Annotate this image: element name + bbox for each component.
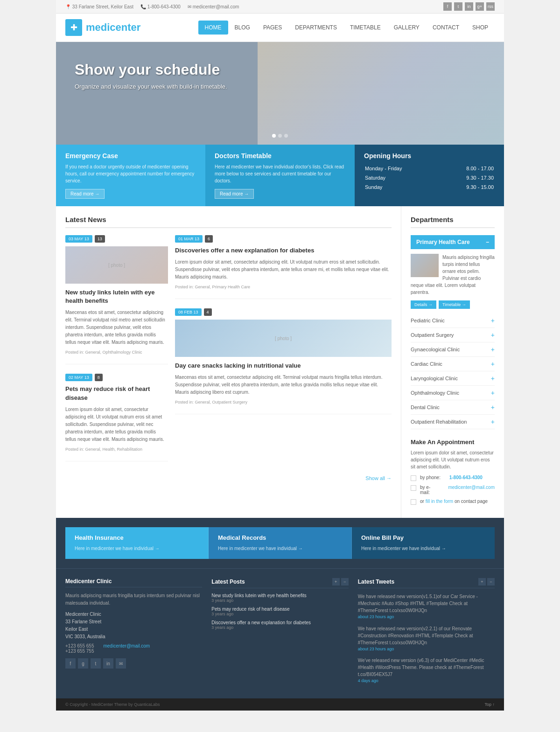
- news-text-0: Maecenas etos sit amet, consectetur adip…: [65, 309, 168, 346]
- dept-featured-header[interactable]: Primary Health Care −: [411, 235, 495, 249]
- footer-posts-next[interactable]: −: [341, 578, 349, 586]
- logo[interactable]: ✚ medicenter: [65, 19, 140, 36]
- facebook-icon-top[interactable]: f: [443, 2, 452, 11]
- dept-list-item-3[interactable]: Cardiac Clinic +: [411, 357, 495, 371]
- footer-tweets-next[interactable]: −: [487, 578, 495, 586]
- footer-tweets-prev[interactable]: +: [478, 578, 486, 586]
- footer-tweets-controls: + −: [478, 578, 495, 586]
- footer-post-link-1[interactable]: Pets may reduce risk of heart disease: [211, 607, 289, 612]
- appt-form-label: or fill in the form on contact page: [420, 499, 488, 504]
- footer-post-0: New study links lutein with eye health b…: [211, 593, 348, 603]
- hours-day-2: Sunday: [365, 183, 439, 191]
- footer-post-time-0: 3 years ago: [211, 598, 348, 603]
- footer-twitter-icon[interactable]: t: [91, 658, 101, 669]
- footer-social-icons: f g t in ✉: [65, 658, 202, 669]
- main-nav: HOME BLOG PAGES DEPARTMENTS TIMETABLE GA…: [198, 21, 495, 35]
- footer-posts-controls: + −: [332, 578, 349, 586]
- bottom-box-2: Online Bill Pay Here in medicenter we ha…: [352, 527, 495, 559]
- footer-clinic-address: Medicenter Clinic 33 Farlane Street Keil…: [65, 611, 202, 641]
- footer-posts-prev[interactable]: +: [332, 578, 340, 586]
- footer-mail-icon[interactable]: ✉: [116, 658, 126, 669]
- appt-form-link[interactable]: fill in the form: [426, 499, 453, 504]
- dept-list-item-6[interactable]: Dental Clinic +: [411, 400, 495, 415]
- hero-subtitle: Organize and visualize your week with bu…: [75, 83, 485, 90]
- dept-name-6: Dental Clinic: [411, 404, 440, 410]
- hero-title: Show your schedule: [75, 61, 485, 78]
- footer-post-link-2[interactable]: Discoveries offer a new explanation for …: [211, 620, 311, 625]
- dept-detail: Mauris adipiscing fringilla turpis inten…: [411, 254, 495, 296]
- dept-plus-5: +: [491, 389, 495, 397]
- nav-pages[interactable]: PAGES: [257, 21, 288, 35]
- nav-home[interactable]: HOME: [198, 21, 228, 35]
- footer-facebook-icon[interactable]: f: [65, 658, 76, 669]
- timetable-btn[interactable]: Read more →: [215, 189, 254, 199]
- hours-time-0: 8.00 - 17.00: [440, 164, 494, 173]
- news-comments-0: 13: [95, 235, 105, 243]
- show-all[interactable]: Show all →: [65, 471, 392, 486]
- departments-title: Departments: [411, 216, 495, 228]
- dept-list-item-1[interactable]: Outpatient Surgery +: [411, 328, 495, 342]
- info-boxes: Emergency Case If you need a doctor urge…: [56, 145, 504, 206]
- appt-email-link[interactable]: medicenter@mail.com: [448, 485, 495, 490]
- content-left: Latest News 03 MAY 13 13 [ photo ] New s…: [56, 206, 401, 518]
- google-icon-top[interactable]: g+: [476, 2, 484, 11]
- dept-list-item-7[interactable]: Outpatient Rehabilitation +: [411, 415, 495, 429]
- main-content: Latest News 03 MAY 13 13 [ photo ] New s…: [56, 206, 504, 518]
- hero-dot-2[interactable]: [278, 134, 282, 138]
- info-box-emergency: Emergency Case If you need a doctor urge…: [56, 145, 205, 206]
- hero-dot-1[interactable]: [272, 134, 276, 138]
- news-title-1[interactable]: Pets may reduce risk of heart disease: [65, 385, 168, 402]
- appt-checkbox-phone: [411, 475, 416, 481]
- nav-contact[interactable]: CONTACT: [426, 21, 466, 35]
- top-link[interactable]: Top ↑: [484, 702, 495, 707]
- dept-list-item-4[interactable]: Laryngological Clinic +: [411, 371, 495, 386]
- hours-row-0: Monday - Friday 8.00 - 17.00: [365, 164, 494, 173]
- dept-list-item-0[interactable]: Pediatric Clinic +: [411, 314, 495, 328]
- right-news-date-1: 08 FEB 13: [175, 308, 202, 316]
- right-news-text-1: Maecenas etos sit amet, consectetur adip…: [175, 374, 392, 396]
- news-footer-0: Posted in: General, Ophthalmology Clinic: [65, 350, 168, 355]
- right-news-comments-0: 6: [205, 235, 213, 243]
- nav-blog[interactable]: BLOG: [228, 21, 257, 35]
- rss-icon-top[interactable]: rss: [486, 2, 495, 11]
- bottom-box-title-0: Health Insurance: [75, 534, 199, 541]
- footer-google-icon[interactable]: g: [78, 658, 88, 669]
- nav-timetable[interactable]: TIMETABLE: [343, 21, 387, 35]
- hero-section: Show your schedule Organize and visualiz…: [56, 42, 504, 145]
- footer-tweet-text-1: We have released new version(v2.2.1) of …: [358, 626, 473, 645]
- news-meta-1: 02 MAY 13 8: [65, 374, 168, 381]
- hours-row-2: Sunday 9.30 - 15.00: [365, 183, 494, 191]
- dept-name-7: Outpatient Rehabilitation: [411, 419, 467, 425]
- footer-tweet-time-0: about 23 hours ago: [358, 614, 495, 620]
- emergency-btn[interactable]: Read more →: [65, 189, 105, 199]
- right-news-meta-0: 01 MAR 13 6: [175, 235, 392, 243]
- footer-linkedin-icon[interactable]: in: [103, 658, 113, 669]
- right-news-text-0: Lorem ipsum dolor sit amet, consectetur …: [175, 258, 392, 281]
- hours-table: Monday - Friday 8.00 - 17.00 Saturday 9.…: [364, 163, 495, 192]
- nav-departments[interactable]: DEPARTMENTS: [288, 21, 343, 35]
- footer-tweet-time-2: 4 days ago: [358, 678, 495, 684]
- dept-list-item-2[interactable]: Gynaecological Clinic +: [411, 342, 495, 357]
- nav-shop[interactable]: SHOP: [466, 21, 495, 35]
- footer-post-link-0[interactable]: New study links lutein with eye health b…: [211, 593, 306, 598]
- footer-email-link[interactable]: medicenter@mail.com: [103, 643, 150, 648]
- dept-list-item-5[interactable]: Ophthalmology Clinic +: [411, 386, 495, 400]
- right-news-title-1[interactable]: Day care snacks lacking in nutritional v…: [175, 362, 392, 370]
- hours-day-0: Monday - Friday: [365, 164, 439, 173]
- hero-dots: [272, 134, 288, 138]
- footer-tweets-header: Latest Tweets + −: [358, 578, 495, 586]
- dept-timetable-btn[interactable]: Timetable →: [439, 300, 470, 309]
- news-title-0[interactable]: New study links lutein with eye health b…: [65, 288, 168, 305]
- bottom-box-text-1: Here in medicenter we have individual →: [218, 545, 342, 552]
- footer-tweets-title: Latest Tweets: [358, 579, 394, 585]
- dept-details-btn[interactable]: Details →: [411, 300, 436, 309]
- nav-gallery[interactable]: GALLERY: [387, 21, 426, 35]
- linkedin-icon-top[interactable]: in: [465, 2, 473, 11]
- sidebar: Departments Primary Health Care − Mauris…: [401, 206, 504, 518]
- news-footer-1: Posted in: General, Health, Rehabilitati…: [65, 447, 168, 452]
- footer-clinic-contact: +123 655 655 +123 655 755 medicenter@mai…: [65, 643, 202, 654]
- twitter-icon-top[interactable]: t: [454, 2, 462, 11]
- news-date-1: 02 MAY 13: [65, 374, 92, 381]
- right-news-title-0[interactable]: Discoveries offer a new explanation for …: [175, 246, 392, 255]
- hero-dot-3[interactable]: [284, 134, 288, 138]
